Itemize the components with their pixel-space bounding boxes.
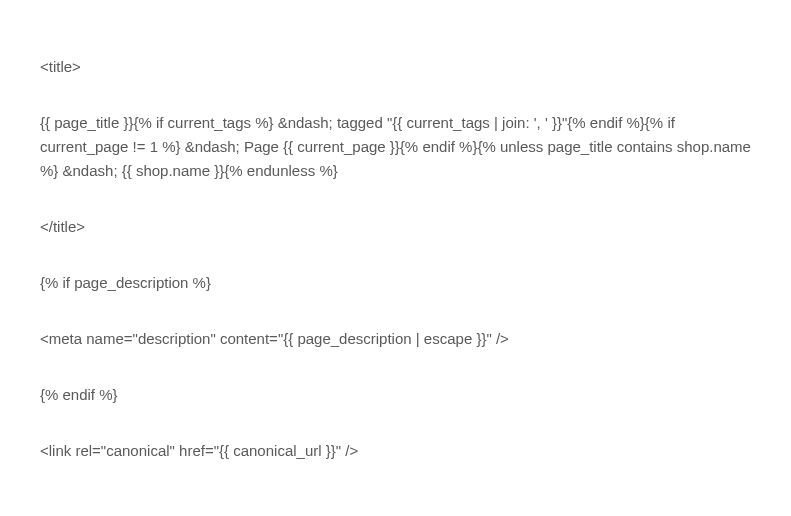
code-line-7: <link rel="canonical" href="{{ canonical…: [40, 439, 751, 463]
code-line-6: {% endif %}: [40, 383, 751, 407]
code-line-1: <title>: [40, 55, 751, 79]
code-snippet: <title> {{ page_title }}{% if current_ta…: [40, 55, 751, 463]
code-line-3: </title>: [40, 215, 751, 239]
code-line-5: <meta name="description" content="{{ pag…: [40, 327, 751, 351]
code-line-4: {% if page_description %}: [40, 271, 751, 295]
code-line-2: {{ page_title }}{% if current_tags %} &n…: [40, 111, 751, 183]
